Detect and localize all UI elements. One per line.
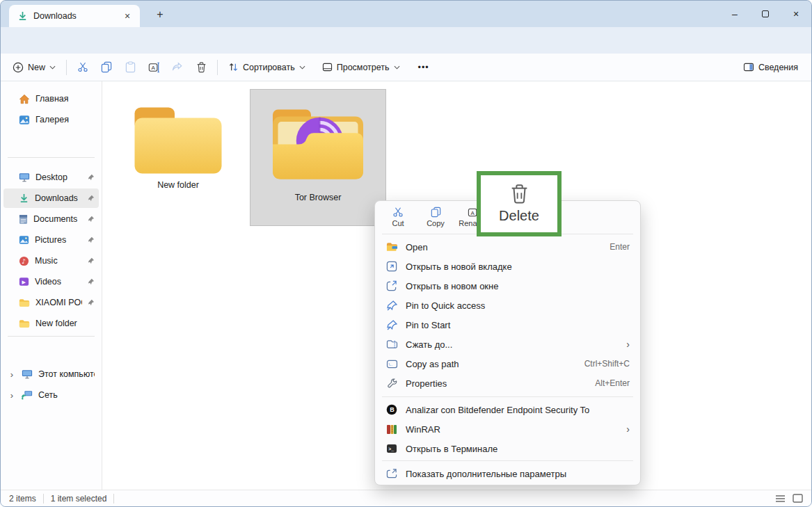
- gallery-icon: [19, 115, 30, 125]
- delete-highlight-annotation[interactable]: Delete: [477, 171, 562, 236]
- quick-cut-button[interactable]: Cut: [382, 202, 414, 232]
- file-explorer-window: Downloads × + – × ← → ↑ › Downloads ›: [0, 0, 812, 507]
- close-button[interactable]: ×: [781, 1, 811, 27]
- submenu-chevron-icon: ›: [626, 339, 630, 350]
- sidebar-item-videos[interactable]: ▶ Videos: [3, 272, 99, 291]
- menu-item-properties[interactable]: Properties Alt+Enter: [379, 373, 637, 393]
- sidebar-item-desktop[interactable]: Desktop: [3, 168, 99, 187]
- sidebar-item-new-folder[interactable]: New folder: [3, 314, 99, 333]
- sidebar-item-downloads[interactable]: Downloads: [3, 188, 99, 208]
- wrench-icon: [387, 378, 397, 389]
- sidebar-item-music[interactable]: ♪ Music: [3, 251, 99, 271]
- toolbar-divider: [66, 60, 67, 75]
- expander-icon[interactable]: ›: [8, 369, 16, 380]
- menu-item-pin-to-start[interactable]: Pin to Start: [379, 315, 637, 335]
- show-more-options-icon: [386, 469, 397, 479]
- sort-button[interactable]: Сортировать: [222, 57, 312, 78]
- view-button[interactable]: Просмотреть: [316, 57, 406, 78]
- menu-item-show-more-options[interactable]: Показать дополнительные параметры: [379, 464, 637, 483]
- items-count: 2 items: [9, 494, 36, 504]
- details-pane-icon: [743, 63, 754, 72]
- tab-close-button[interactable]: ×: [120, 9, 134, 23]
- cut-button[interactable]: [71, 57, 95, 78]
- open-new-tab-icon: [386, 261, 397, 272]
- command-toolbar: New: [1, 54, 811, 81]
- file-tile-tor-browser[interactable]: Tor Browser: [250, 89, 386, 226]
- cut-icon: [77, 61, 88, 73]
- paste-icon: [125, 61, 136, 73]
- thumbnail-view-icon: [793, 494, 803, 503]
- pin-icon: [88, 195, 95, 202]
- file-name: New folder: [157, 180, 199, 190]
- address-bar-row: ← → ↑ › Downloads ›: [1, 27, 811, 54]
- sidebar-item-home[interactable]: Главная: [3, 89, 99, 108]
- menu-item-open[interactable]: Open Enter: [379, 237, 637, 257]
- copy-icon: [101, 61, 112, 73]
- minimize-button[interactable]: –: [719, 1, 750, 27]
- trash-icon: [196, 62, 207, 73]
- list-view-icon: [775, 494, 786, 503]
- tab-downloads[interactable]: Downloads ×: [9, 5, 140, 27]
- status-divider: [113, 494, 114, 504]
- delete-button[interactable]: [189, 57, 213, 78]
- menu-item-winrar[interactable]: WinRAR ›: [379, 419, 637, 439]
- folder-icon: [19, 319, 30, 328]
- svg-text:A: A: [470, 209, 475, 216]
- this-pc-icon: [22, 369, 33, 379]
- sidebar-item-documents[interactable]: Documents: [3, 209, 99, 229]
- sidebar-item-this-pc[interactable]: › Этот компьютер: [3, 364, 99, 384]
- menu-item-pin-quick-access[interactable]: Pin to Quick access: [379, 296, 637, 315]
- submenu-chevron-icon: ›: [626, 424, 630, 435]
- view-icon: [322, 63, 333, 72]
- folder-icon: [126, 88, 230, 193]
- pin-icon: [387, 300, 397, 311]
- open-new-window-icon: [386, 280, 397, 291]
- svg-text:▶: ▶: [22, 279, 26, 285]
- copy-button[interactable]: [95, 57, 118, 78]
- desktop-icon: [19, 172, 30, 182]
- zip-folder-icon: [386, 339, 398, 349]
- chevron-down-icon: [394, 65, 400, 70]
- menu-item-compress-to[interactable]: Сжать до... ›: [379, 335, 637, 354]
- sidebar-item-pictures[interactable]: Pictures: [3, 230, 99, 250]
- menu-item-open-in-terminal[interactable]: >_ Открыть в Терминале: [379, 439, 637, 458]
- sidebar-divider: [8, 157, 95, 158]
- share-icon: [172, 62, 183, 72]
- rename-icon: A: [148, 62, 159, 73]
- menu-item-bitdefender-scan[interactable]: B Analizar con Bitdefender Endpoint Secu…: [379, 400, 637, 419]
- menu-item-copy-as-path[interactable]: \.. Copy as path Ctrl+Shift+C: [379, 354, 637, 373]
- more-options-button[interactable]: •••: [412, 57, 436, 78]
- menu-item-open-new-window[interactable]: Открыть в новом окне: [379, 276, 637, 296]
- download-icon: [19, 193, 29, 204]
- rename-button[interactable]: A: [142, 57, 166, 78]
- large-icons-view-toggle[interactable]: [793, 494, 803, 503]
- paste-button[interactable]: [118, 57, 142, 78]
- sidebar-item-gallery[interactable]: Галерея: [3, 110, 99, 129]
- selected-count: 1 item selected: [51, 494, 107, 504]
- details-pane-button[interactable]: Сведения: [737, 57, 804, 78]
- tor-browser-folder-icon: [266, 95, 370, 197]
- view-button-label: Просмотреть: [337, 63, 390, 72]
- open-folder-icon: [386, 242, 398, 252]
- maximize-button[interactable]: [750, 1, 781, 27]
- new-button[interactable]: New: [6, 57, 62, 78]
- navigation-sidebar: Главная Галерея Desktop: [1, 81, 102, 490]
- details-view-toggle[interactable]: [775, 494, 786, 503]
- pin-icon: [88, 236, 95, 243]
- share-button[interactable]: [166, 57, 189, 78]
- new-tab-button[interactable]: +: [151, 7, 169, 22]
- network-icon: [22, 390, 33, 400]
- pin-icon: [88, 174, 95, 181]
- terminal-icon: >_: [386, 444, 397, 453]
- tab-title: Downloads: [33, 11, 115, 21]
- sidebar-item-network[interactable]: › Сеть: [3, 385, 99, 405]
- menu-item-open-new-tab[interactable]: Открыть в новой вкладке: [379, 257, 637, 276]
- expander-icon[interactable]: ›: [8, 390, 16, 401]
- chevron-down-icon: [49, 65, 56, 70]
- sidebar-item-xiaomi-poco[interactable]: XIAOMI POCO F: [3, 293, 99, 312]
- music-icon: ♪: [19, 256, 29, 266]
- chevron-down-icon: [299, 65, 305, 70]
- file-tile-new-folder[interactable]: New folder: [119, 88, 237, 229]
- quick-copy-button[interactable]: Copy: [420, 202, 452, 232]
- menu-separator: [382, 460, 633, 461]
